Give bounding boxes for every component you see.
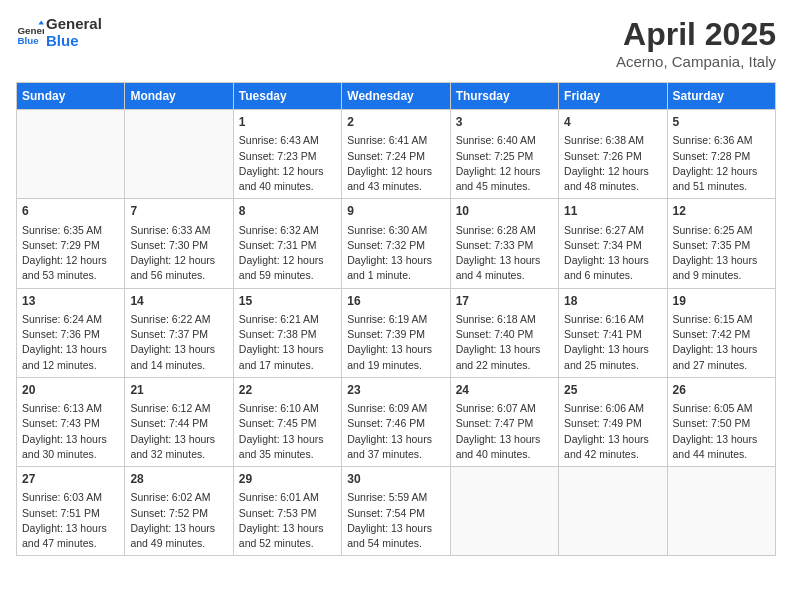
daylight-text: Daylight: 12 hours and 59 minutes. [239,253,336,283]
day-number: 11 [564,203,661,220]
calendar-cell: 24Sunrise: 6:07 AMSunset: 7:47 PMDayligh… [450,377,558,466]
sunset-text: Sunset: 7:49 PM [564,416,661,431]
sunrise-text: Sunrise: 6:41 AM [347,133,444,148]
calendar-cell [559,467,667,556]
day-number: 9 [347,203,444,220]
sunrise-text: Sunrise: 6:27 AM [564,223,661,238]
day-number: 30 [347,471,444,488]
sunset-text: Sunset: 7:26 PM [564,149,661,164]
sunrise-text: Sunrise: 6:33 AM [130,223,227,238]
day-number: 17 [456,293,553,310]
calendar-cell: 15Sunrise: 6:21 AMSunset: 7:38 PMDayligh… [233,288,341,377]
calendar-cell: 16Sunrise: 6:19 AMSunset: 7:39 PMDayligh… [342,288,450,377]
day-number: 25 [564,382,661,399]
sunrise-text: Sunrise: 6:43 AM [239,133,336,148]
sunset-text: Sunset: 7:24 PM [347,149,444,164]
calendar-cell: 11Sunrise: 6:27 AMSunset: 7:34 PMDayligh… [559,199,667,288]
calendar-cell: 17Sunrise: 6:18 AMSunset: 7:40 PMDayligh… [450,288,558,377]
sunrise-text: Sunrise: 6:21 AM [239,312,336,327]
daylight-text: Daylight: 13 hours and 54 minutes. [347,521,444,551]
day-number: 24 [456,382,553,399]
day-header-thursday: Thursday [450,83,558,110]
calendar-cell: 29Sunrise: 6:01 AMSunset: 7:53 PMDayligh… [233,467,341,556]
daylight-text: Daylight: 13 hours and 27 minutes. [673,342,770,372]
day-header-tuesday: Tuesday [233,83,341,110]
day-number: 23 [347,382,444,399]
day-header-friday: Friday [559,83,667,110]
day-number: 2 [347,114,444,131]
logo-general: General [46,16,102,33]
daylight-text: Daylight: 12 hours and 53 minutes. [22,253,119,283]
sunset-text: Sunset: 7:53 PM [239,506,336,521]
daylight-text: Daylight: 12 hours and 45 minutes. [456,164,553,194]
day-number: 26 [673,382,770,399]
calendar-week-2: 6Sunrise: 6:35 AMSunset: 7:29 PMDaylight… [17,199,776,288]
sunset-text: Sunset: 7:45 PM [239,416,336,431]
daylight-text: Daylight: 13 hours and 14 minutes. [130,342,227,372]
calendar-body: 1Sunrise: 6:43 AMSunset: 7:23 PMDaylight… [17,110,776,556]
daylight-text: Daylight: 13 hours and 30 minutes. [22,432,119,462]
day-number: 22 [239,382,336,399]
calendar-cell: 30Sunrise: 5:59 AMSunset: 7:54 PMDayligh… [342,467,450,556]
sunset-text: Sunset: 7:38 PM [239,327,336,342]
day-number: 19 [673,293,770,310]
calendar-week-4: 20Sunrise: 6:13 AMSunset: 7:43 PMDayligh… [17,377,776,466]
sunset-text: Sunset: 7:41 PM [564,327,661,342]
daylight-text: Daylight: 13 hours and 19 minutes. [347,342,444,372]
calendar-cell: 9Sunrise: 6:30 AMSunset: 7:32 PMDaylight… [342,199,450,288]
sunrise-text: Sunrise: 6:07 AM [456,401,553,416]
day-number: 16 [347,293,444,310]
sunset-text: Sunset: 7:40 PM [456,327,553,342]
sunrise-text: Sunrise: 6:02 AM [130,490,227,505]
daylight-text: Daylight: 13 hours and 32 minutes. [130,432,227,462]
sunset-text: Sunset: 7:51 PM [22,506,119,521]
daylight-text: Daylight: 13 hours and 37 minutes. [347,432,444,462]
daylight-text: Daylight: 12 hours and 56 minutes. [130,253,227,283]
calendar-cell: 23Sunrise: 6:09 AMSunset: 7:46 PMDayligh… [342,377,450,466]
calendar-cell: 28Sunrise: 6:02 AMSunset: 7:52 PMDayligh… [125,467,233,556]
logo-icon: General Blue [16,19,44,47]
sunrise-text: Sunrise: 6:09 AM [347,401,444,416]
sunrise-text: Sunrise: 6:22 AM [130,312,227,327]
day-number: 21 [130,382,227,399]
calendar-cell: 5Sunrise: 6:36 AMSunset: 7:28 PMDaylight… [667,110,775,199]
calendar-week-1: 1Sunrise: 6:43 AMSunset: 7:23 PMDaylight… [17,110,776,199]
daylight-text: Daylight: 13 hours and 44 minutes. [673,432,770,462]
sunset-text: Sunset: 7:30 PM [130,238,227,253]
sunrise-text: Sunrise: 6:01 AM [239,490,336,505]
sunset-text: Sunset: 7:52 PM [130,506,227,521]
calendar-cell: 20Sunrise: 6:13 AMSunset: 7:43 PMDayligh… [17,377,125,466]
sunrise-text: Sunrise: 6:15 AM [673,312,770,327]
day-number: 1 [239,114,336,131]
calendar-cell: 13Sunrise: 6:24 AMSunset: 7:36 PMDayligh… [17,288,125,377]
calendar-cell: 26Sunrise: 6:05 AMSunset: 7:50 PMDayligh… [667,377,775,466]
sunrise-text: Sunrise: 6:28 AM [456,223,553,238]
sunset-text: Sunset: 7:25 PM [456,149,553,164]
day-number: 10 [456,203,553,220]
daylight-text: Daylight: 13 hours and 35 minutes. [239,432,336,462]
day-header-wednesday: Wednesday [342,83,450,110]
calendar-cell: 12Sunrise: 6:25 AMSunset: 7:35 PMDayligh… [667,199,775,288]
calendar-cell: 21Sunrise: 6:12 AMSunset: 7:44 PMDayligh… [125,377,233,466]
sunrise-text: Sunrise: 6:13 AM [22,401,119,416]
day-number: 15 [239,293,336,310]
day-number: 5 [673,114,770,131]
calendar-cell: 6Sunrise: 6:35 AMSunset: 7:29 PMDaylight… [17,199,125,288]
sunset-text: Sunset: 7:36 PM [22,327,119,342]
calendar-cell [125,110,233,199]
sunrise-text: Sunrise: 6:12 AM [130,401,227,416]
sunset-text: Sunset: 7:50 PM [673,416,770,431]
daylight-text: Daylight: 13 hours and 22 minutes. [456,342,553,372]
day-header-saturday: Saturday [667,83,775,110]
daylight-text: Daylight: 13 hours and 4 minutes. [456,253,553,283]
sunrise-text: Sunrise: 6:10 AM [239,401,336,416]
calendar-cell: 19Sunrise: 6:15 AMSunset: 7:42 PMDayligh… [667,288,775,377]
sunset-text: Sunset: 7:35 PM [673,238,770,253]
sunset-text: Sunset: 7:23 PM [239,149,336,164]
day-number: 7 [130,203,227,220]
day-number: 12 [673,203,770,220]
svg-text:Blue: Blue [17,35,39,46]
calendar-cell [667,467,775,556]
daylight-text: Daylight: 13 hours and 25 minutes. [564,342,661,372]
sunset-text: Sunset: 7:43 PM [22,416,119,431]
